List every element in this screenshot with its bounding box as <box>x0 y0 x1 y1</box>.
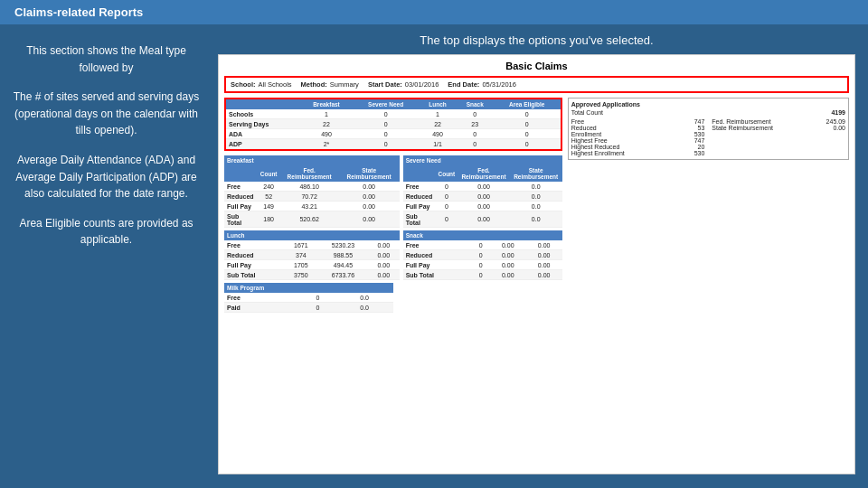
enrollment-row: Enrollment 530 <box>571 131 705 137</box>
table-row: Free 0 0.00 0.0 <box>403 182 562 192</box>
table-row: Reduced 0 0.00 0.0 <box>403 192 562 202</box>
highest-reduced-row: Highest Reduced 20 <box>571 144 705 150</box>
school-field: School: All Schools <box>231 80 292 89</box>
table-row: Free 240 486.10 0.00 <box>224 182 400 192</box>
snack-table: Snack Free 0 0.00 0.00 <box>403 230 562 280</box>
table-row: Reduced 374 988.55 0.00 <box>224 250 400 260</box>
selection-box: School: All Schools Method: Summary Star… <box>224 76 849 93</box>
highest-enrollment-row: Highest Enrollment 530 <box>571 150 705 156</box>
doc-body: Breakfast Severe Need Lunch Snack Area E… <box>224 98 849 313</box>
table-row: Full Pay 0 0.00 0.0 <box>403 202 562 211</box>
snack-section: Snack Free 0 0.00 0.00 <box>403 230 562 280</box>
table-row: Free 1671 5230.23 0.00 <box>224 240 400 250</box>
doc-right: Approved Applications Total Count 4199 F… <box>568 98 849 313</box>
table-row: Sub Total 0 0.00 0.0 <box>403 211 562 228</box>
free-row: Free 747 <box>571 118 705 125</box>
table-row: Full Pay 1705 494.45 0.00 <box>224 260 400 270</box>
content-area: The top displays the options you've sele… <box>212 24 868 483</box>
sidebar-block4: Area Eligible counts are provided as app… <box>13 215 200 249</box>
breakfast-table: Breakfast Count Fed. Reimbursement State… <box>224 155 400 228</box>
table-row: Free 0 0.00 0.00 <box>403 240 562 250</box>
header-title: Claims-related Reports <box>14 5 143 19</box>
document-panel: Basic Claims School: All Schools Method:… <box>218 54 855 474</box>
highest-free-row: Highest Free 747 <box>571 137 705 144</box>
table-row: Reduced 0 0.00 0.00 <box>403 250 562 260</box>
fed-reimb-row: Fed. Reimbursement 245.09 <box>712 118 845 125</box>
top-caption: The top displays the options you've sele… <box>218 33 855 47</box>
table-row: Schools 1 0 1 0 0 <box>226 109 561 119</box>
sidebar: This section shows the Meal type followe… <box>0 24 212 483</box>
sidebar-block1: This section shows the Meal type followe… <box>13 42 200 76</box>
table-row: Reduced 52 70.72 0.00 <box>224 192 400 202</box>
table-row: Sub Total 3750 6733.76 0.00 <box>224 270 400 280</box>
severe-need-section: Severe Need Count Fed. Reimbursement Sta… <box>403 155 562 228</box>
table-row: Free 0 0.0 <box>224 293 393 303</box>
breakfast-section: Breakfast Count Fed. Reimbursement State… <box>224 155 400 228</box>
approved-apps-box: Approved Applications Total Count 4199 F… <box>568 98 849 160</box>
milk-table: Milk Program Free 0 0.0 Paid 0 <box>224 283 393 313</box>
sidebar-block3: Average Daily Attendance (ADA) and Avera… <box>13 152 200 202</box>
doc-left: Breakfast Severe Need Lunch Snack Area E… <box>224 98 562 313</box>
state-reimb-row: State Reimbursement 0.00 <box>712 125 845 131</box>
method-field: Method: Summary <box>301 80 359 89</box>
lunch-table: Lunch Free 1671 5230.23 0.00 <box>224 230 400 280</box>
table-row: Full Pay 149 43.21 0.00 <box>224 202 400 211</box>
table-row: Sub Total 180 520.62 0.00 <box>224 211 400 228</box>
doc-title: Basic Claims <box>224 61 849 71</box>
table-row: ADA 490 0 490 0 0 <box>226 129 561 139</box>
meal-table: Breakfast Severe Need Lunch Snack Area E… <box>226 99 561 149</box>
sidebar-block2: The # of sites served and serving days (… <box>13 89 200 139</box>
table-row: Serving Days 22 0 22 23 0 <box>226 119 561 129</box>
header-bar: Claims-related Reports <box>0 0 868 24</box>
table-row: Full Pay 0 0.00 0.00 <box>403 260 562 270</box>
reduced-row: Reduced 53 <box>571 125 705 131</box>
main-content: This section shows the Meal type followe… <box>0 24 868 483</box>
table-row: ADP 2* 0 1/1 0 0 <box>226 139 561 149</box>
severe-need-table: Severe Need Count Fed. Reimbursement Sta… <box>403 155 562 228</box>
total-count-row: Total Count 4199 <box>571 109 845 116</box>
meal-types-box: Breakfast Severe Need Lunch Snack Area E… <box>224 98 562 151</box>
table-row: Sub Total 0 0.00 0.00 <box>403 270 562 280</box>
end-date-field: End Date: 05/31/2016 <box>448 80 516 89</box>
start-date-field: Start Date: 03/01/2016 <box>368 80 439 89</box>
lunch-section: Lunch Free 1671 5230.23 0.00 <box>224 230 400 280</box>
table-row: Paid 0 0.0 <box>224 303 393 313</box>
